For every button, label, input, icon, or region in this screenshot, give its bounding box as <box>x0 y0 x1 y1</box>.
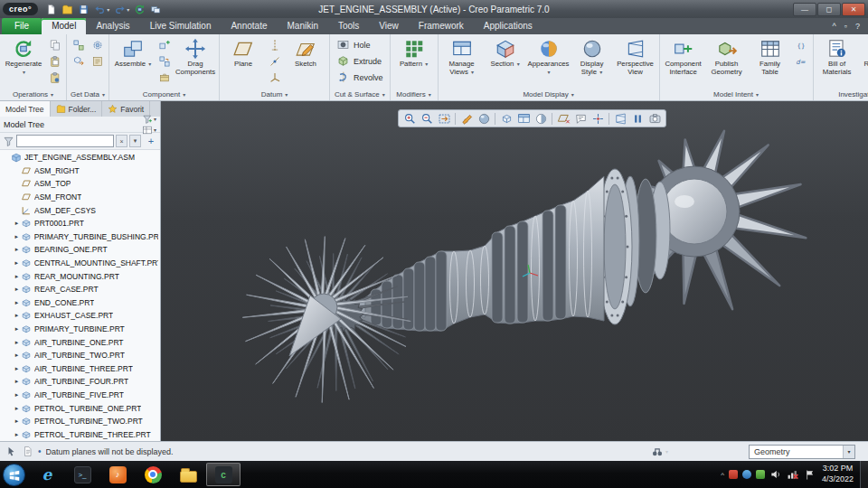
ribbon-group-label-model-display[interactable]: Model Display ▾ <box>439 88 659 100</box>
ribbon-button-perspective-view[interactable]: PerspectiveView <box>615 37 656 76</box>
collapse-ribbon-icon[interactable]: ^ <box>833 22 836 31</box>
ribbon-group-label-datum[interactable]: Datum ▾ <box>220 88 329 100</box>
tree-item-rear-case-prt[interactable]: ▸REAR_CASE.PRT <box>0 283 160 296</box>
taskbar-app-orange[interactable]: ♪ <box>100 463 135 486</box>
tab-tools[interactable]: Tools <box>328 18 369 34</box>
ribbon-button-revolve[interactable]: Revolve <box>333 70 387 85</box>
tab-live-simulation[interactable]: Live Simulation <box>140 18 222 34</box>
close-button[interactable]: ✕ <box>842 3 865 16</box>
show-desktop-button[interactable] <box>860 461 868 488</box>
ribbon-group-label-operations[interactable]: Operations ▾ <box>0 88 66 100</box>
find-in-model-button[interactable]: ▾ <box>651 446 668 458</box>
refit-button[interactable] <box>436 110 452 127</box>
ribbon-button-relations[interactable]: {} <box>793 37 810 52</box>
taskbar-creo-active[interactable]: c <box>206 463 241 486</box>
tree-item-asm-front[interactable]: ASM_FRONT <box>0 191 160 204</box>
tray-green-icon[interactable] <box>756 470 765 479</box>
expand-arrow-icon[interactable]: ▸ <box>13 273 21 280</box>
panel-tab-model-tree[interactable]: Model Tree <box>0 101 51 117</box>
tab-view[interactable]: View <box>369 18 409 34</box>
qat-regenerate-button[interactable] <box>132 1 147 17</box>
expand-arrow-icon[interactable]: ▸ <box>13 233 21 240</box>
tree-item-asm-top[interactable]: ASM_TOP <box>0 177 160 191</box>
taskbar-app-dark[interactable]: >_ <box>65 463 99 486</box>
expand-arrow-icon[interactable]: ▸ <box>13 220 21 227</box>
tree-item-air-turbine-three-prt[interactable]: ▸AIR_TURBINE_THREE.PRT <box>0 362 160 376</box>
expand-arrow-icon[interactable]: ▸ <box>13 339 21 346</box>
tree-item-primary-turbine-prt[interactable]: ▸PRIMARY_TURBINE.PRT <box>0 323 160 336</box>
expand-arrow-icon[interactable]: ▸ <box>13 259 21 267</box>
qat-undo-button[interactable]: ▾ <box>92 1 111 17</box>
ribbon-group-label-get-data[interactable]: Get Data ▾ <box>67 88 108 100</box>
ribbon-group-label-investigate[interactable]: Investigate ▾ <box>814 88 868 100</box>
ribbon-button-paste[interactable] <box>46 53 63 69</box>
expand-arrow-icon[interactable]: ▸ <box>13 378 21 385</box>
tree-item-rear-mounting-prt[interactable]: ▸REAR_MOUNTING.PRT <box>0 269 160 283</box>
tree-item-air-turbine-five-prt[interactable]: ▸AIR_TURBINE_FIVE.PRT <box>0 389 160 402</box>
expand-arrow-icon[interactable]: ▸ <box>13 431 21 438</box>
expand-arrow-icon[interactable]: ▸ <box>13 352 21 359</box>
tray-chevron-icon[interactable]: ^ <box>721 471 724 479</box>
ribbon-button-appearances[interactable]: Appearances ▾ <box>528 37 570 76</box>
expand-arrow-icon[interactable]: ▸ <box>13 418 21 425</box>
tree-item-air-turbine-one-prt[interactable]: ▸AIR_TURBINE_ONE.PRT <box>0 335 160 349</box>
start-button[interactable] <box>3 464 25 486</box>
expand-arrow-icon[interactable]: ▸ <box>13 391 21 399</box>
qat-save-button[interactable] <box>76 1 91 17</box>
expand-arrow-icon[interactable]: ▸ <box>13 246 21 253</box>
saved-orientations-button[interactable] <box>498 110 514 127</box>
ribbon-button-datum-point[interactable] <box>266 53 283 69</box>
tree-item-central-mounting-shaft-prt[interactable]: ▸CENTRAL_MOUNTING_SHAFT.PRT <box>0 257 160 270</box>
tab-model[interactable]: Model <box>42 18 86 34</box>
ribbon-button-legacy-data[interactable] <box>89 53 106 69</box>
tree-item-asm-right[interactable]: ASM_RIGHT <box>0 164 160 178</box>
expand-arrow-icon[interactable]: ▸ <box>13 286 21 293</box>
repaint-button[interactable] <box>458 110 475 127</box>
expand-arrow-icon[interactable]: ▸ <box>13 325 21 333</box>
perspective-toggle-button[interactable] <box>612 110 628 127</box>
expand-arrow-icon[interactable]: ▸ <box>13 299 21 306</box>
ribbon-button-assemble[interactable]: Assemble ▾ <box>112 37 154 69</box>
qat-redo-button[interactable]: ▾ <box>112 1 131 17</box>
taskbar-clock[interactable]: 3:02 PM 4/3/2022 <box>816 464 860 484</box>
tab-analysis[interactable]: Analysis <box>86 18 139 34</box>
spin-center-button[interactable] <box>590 110 606 127</box>
zoom-in-button[interactable] <box>401 110 418 127</box>
filter-funnel-icon[interactable] <box>3 136 14 147</box>
ribbon-button-sketch[interactable]: Sketch <box>285 37 326 69</box>
ribbon-button-publish-geometry[interactable]: PublishGeometry <box>706 37 748 76</box>
ribbon-button-section[interactable]: Section ▾ <box>485 37 526 69</box>
selection-filter-combo[interactable]: Geometry ▾ <box>749 445 855 459</box>
expand-arrow-icon[interactable]: ▸ <box>13 405 21 412</box>
tray-red-icon[interactable] <box>729 470 738 479</box>
ribbon-button-regenerate[interactable]: Regenerate ▾ <box>3 37 44 76</box>
ribbon-button-datum-axis[interactable] <box>266 37 283 52</box>
ribbon-button-parameters[interactable]: d= <box>793 53 810 69</box>
tree-item-air-turbine-four-prt[interactable]: ▸AIR_TURBINE_FOUR.PRT <box>0 375 160 389</box>
tree-filters-button[interactable]: ▾ <box>142 114 156 125</box>
tree-item-petrol-turbine-one-prt[interactable]: ▸PETROL_TURBINE_ONE.PRT <box>0 401 160 415</box>
tree-item-air-turbine-two-prt[interactable]: ▸AIR_TURBINE_TWO.PRT <box>0 349 160 362</box>
taskbar-chrome[interactable] <box>136 463 170 486</box>
ribbon-button-copy[interactable] <box>46 37 63 52</box>
ribbon-button-manage-views[interactable]: ManageViews ▾ <box>441 37 483 76</box>
clear-search-button[interactable]: × <box>116 135 127 147</box>
ribbon-group-label-model-intent[interactable]: Model Intent ▾ <box>660 88 813 100</box>
pause-button[interactable] <box>629 110 646 127</box>
tab-annotate[interactable]: Annotate <box>221 18 277 34</box>
tab-manikin[interactable]: Manikin <box>277 18 327 34</box>
zoom-out-button[interactable] <box>419 110 435 127</box>
ribbon-group-label-component[interactable]: Component ▾ <box>109 88 219 100</box>
ribbon-button-display-style[interactable]: DisplayStyle ▾ <box>571 37 613 76</box>
tab-framework[interactable]: Framework <box>409 18 474 34</box>
tree-item-primary-turbine-bushing-prt[interactable]: ▸PRIMARY_TURBINE_BUSHING.PRT <box>0 230 160 244</box>
jet-engine-3d-model[interactable] <box>161 101 868 441</box>
shaded-view-button[interactable] <box>476 110 492 127</box>
annotation-display-button[interactable] <box>572 110 589 127</box>
taskbar-internet-explorer[interactable]: e <box>30 463 64 486</box>
expand-arrow-icon[interactable]: ▸ <box>13 312 21 319</box>
add-filter-button[interactable]: + <box>145 136 157 146</box>
tree-item-end-cone-prt[interactable]: ▸END_CONE.PRT <box>0 296 160 310</box>
qat-open-file-button[interactable] <box>60 1 75 17</box>
capture-button[interactable] <box>646 110 663 127</box>
